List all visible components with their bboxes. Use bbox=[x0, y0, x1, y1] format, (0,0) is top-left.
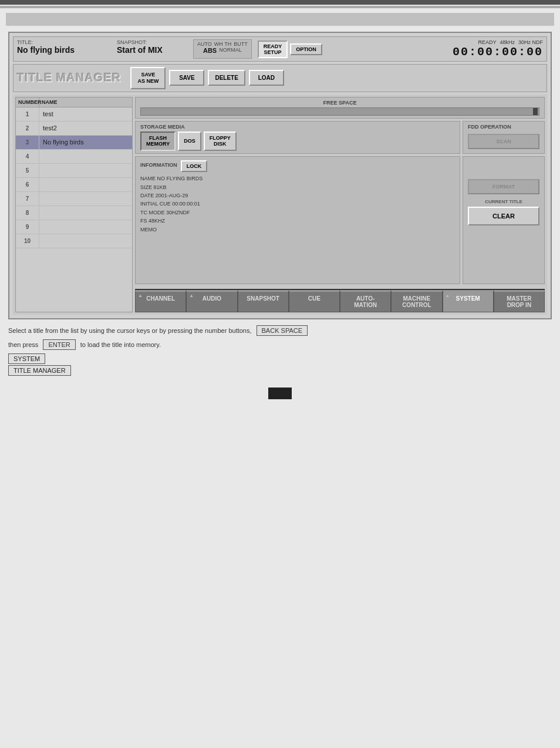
tab-automation[interactable]: AUTO-MATION bbox=[340, 290, 391, 312]
system-key[interactable]: SYSTEM bbox=[8, 353, 45, 364]
list-item-number: 10 bbox=[16, 234, 39, 248]
tab-system[interactable]: ▲ SYSTEM bbox=[443, 290, 494, 312]
list-item-number: 5 bbox=[16, 164, 39, 177]
tab-audio[interactable]: ▲ AUDIO bbox=[186, 290, 237, 312]
instruction-text-right: then press bbox=[8, 341, 38, 348]
enter-key[interactable]: ENTER bbox=[43, 339, 75, 350]
tab-channel[interactable]: ▲ CHANNEL bbox=[135, 290, 186, 312]
mode-butt: BUTT bbox=[234, 41, 248, 47]
list-item-name: test bbox=[39, 109, 57, 119]
free-space-fill bbox=[533, 108, 538, 115]
list-item-name bbox=[39, 225, 46, 228]
list-header: NUMBER NAME bbox=[16, 97, 132, 107]
mode-abs: ABS bbox=[203, 47, 217, 54]
tab-master-drop-in[interactable]: MASTERDROP IN bbox=[494, 290, 545, 312]
storage-row: STORAGE MEDIA FLASHMEMORY DOS FLOPPYDISK… bbox=[135, 121, 545, 154]
info-initial-cue-value: 00:00:00:01 bbox=[172, 201, 200, 207]
scan-button[interactable]: SCAN bbox=[468, 134, 539, 149]
list-item[interactable]: 5 bbox=[16, 164, 132, 178]
fdd-section: FDD OPERATION SCAN bbox=[463, 121, 545, 154]
tab-cue[interactable]: CUE bbox=[289, 290, 340, 312]
current-title-label: CURRENT TITLE bbox=[468, 199, 539, 204]
option-button[interactable]: OPTION bbox=[290, 43, 322, 55]
format-section: FORMAT CURRENT TITLE CLEAR bbox=[463, 156, 545, 284]
information-label: INFORMATION bbox=[140, 162, 177, 168]
header-row: TITLE: No flying birds SNAPSHOT: Start o… bbox=[13, 36, 547, 62]
main-container: TITLE: No flying birds SNAPSHOT: Start o… bbox=[8, 32, 552, 319]
title-value: No flying birds bbox=[17, 45, 111, 55]
below-container: Select a title from the list by using th… bbox=[8, 325, 552, 376]
tab-system-label: SYSTEM bbox=[456, 295, 480, 302]
list-item[interactable]: 2 test2 bbox=[16, 122, 132, 136]
title-manager-key[interactable]: TITLE MANAGER bbox=[8, 365, 71, 376]
format-button[interactable]: FORMAT bbox=[468, 179, 539, 194]
back-space-key[interactable]: BACK SPACE bbox=[257, 325, 308, 336]
title-manager-label: TITLE MANAGER bbox=[17, 71, 121, 85]
list-item-name bbox=[39, 239, 46, 242]
info-name-value: No flying birds bbox=[157, 176, 203, 181]
list-item-number: 2 bbox=[16, 122, 39, 135]
tab-machine-control-label: MACHINECONTROL bbox=[402, 295, 431, 308]
lock-button[interactable]: LOCK bbox=[181, 160, 208, 172]
list-item[interactable]: 4 bbox=[16, 150, 132, 164]
list-item-number: 1 bbox=[16, 107, 39, 121]
tab-machine-control[interactable]: MACHINECONTROL bbox=[391, 290, 442, 312]
page-header-bar bbox=[6, 13, 554, 26]
flash-memory-button[interactable]: FLASHMEMORY bbox=[140, 132, 176, 151]
ready-setup-button[interactable]: READYSETUP bbox=[258, 41, 288, 58]
list-item-number: 9 bbox=[16, 220, 39, 234]
list-item-number: 3 bbox=[16, 136, 39, 149]
info-initial-cue-line: INITIAL CUE 00:00:00:01 bbox=[140, 200, 455, 208]
info-panel: FREE SPACE STORAGE MEDIA FLASHMEMORY DOS… bbox=[135, 97, 545, 313]
info-data-row: INFORMATION LOCK NAME No flying birds SI… bbox=[135, 156, 545, 284]
information-section: INFORMATION LOCK NAME No flying birds SI… bbox=[135, 156, 460, 284]
mode-section: AUTO WH TH BUTT ABS NORMAL bbox=[193, 39, 252, 59]
instruction-text-right2: to load the title into memory. bbox=[80, 341, 161, 348]
storage-media-label: STORAGE MEDIA bbox=[140, 124, 455, 130]
mode-row-bottom: ABS NORMAL bbox=[203, 47, 242, 54]
free-space-label: FREE SPACE bbox=[323, 100, 357, 106]
snapshot-label: SNAPSHOT: bbox=[117, 39, 187, 45]
floppy-disk-button[interactable]: FLOPPYDISK bbox=[204, 132, 237, 151]
tab-cue-label: CUE bbox=[308, 295, 321, 302]
info-fs-line: FS 48kHz bbox=[140, 217, 455, 225]
top-bar-dark bbox=[0, 0, 560, 5]
title-list: NUMBER NAME 1 test 2 test2 3 No flying b… bbox=[15, 97, 133, 313]
list-item[interactable]: 1 test bbox=[16, 107, 132, 122]
instruction-text-left: Select a title from the list by using th… bbox=[8, 327, 252, 334]
info-memo-line: MEMO bbox=[140, 225, 455, 234]
time-status-row: READY 48kHz 30Hz NDF bbox=[478, 39, 543, 45]
delete-button[interactable]: DELETE bbox=[208, 70, 245, 86]
info-tc-mode-value: 30HzNDF bbox=[166, 210, 190, 215]
tab-master-drop-in-label: MASTERDROP IN bbox=[507, 295, 531, 308]
list-item[interactable]: 8 bbox=[16, 206, 132, 220]
info-date-value: 2001-AUG-29 bbox=[156, 193, 188, 198]
mode-auto: AUTO bbox=[197, 41, 212, 47]
title-section: TITLE: No flying birds bbox=[17, 39, 111, 59]
list-item-name bbox=[39, 154, 46, 158]
clear-button[interactable]: CLEAR bbox=[468, 207, 539, 225]
col-name-header: NAME bbox=[39, 97, 60, 107]
tab-channel-label: CHANNEL bbox=[146, 295, 175, 302]
instruction-line-enter: then press ENTER to load the title into … bbox=[8, 339, 552, 350]
load-button[interactable]: LOAD bbox=[249, 70, 284, 86]
list-item-number: 8 bbox=[16, 206, 39, 220]
list-item-number: 7 bbox=[16, 192, 39, 205]
list-item-name bbox=[39, 211, 46, 214]
dos-button[interactable]: DOS bbox=[178, 132, 201, 151]
free-space-bar bbox=[140, 107, 539, 116]
list-item[interactable]: 3 No flying birds bbox=[16, 136, 132, 150]
list-item-name: No flying birds bbox=[39, 137, 87, 147]
tab-snapshot[interactable]: SNAPSHOT bbox=[238, 290, 289, 312]
list-item[interactable]: 6 bbox=[16, 178, 132, 192]
list-item[interactable]: 9 bbox=[16, 220, 132, 234]
info-fs-value: 48kHz bbox=[149, 218, 165, 224]
top-bar-light bbox=[0, 6, 560, 8]
save-button[interactable]: SAVE bbox=[169, 70, 204, 86]
tab-automation-label: AUTO-MATION bbox=[354, 295, 377, 308]
list-item-number: 4 bbox=[16, 150, 39, 163]
list-item[interactable]: 7 bbox=[16, 192, 132, 206]
ready-setup-buttons: READYSETUP OPTION bbox=[258, 39, 322, 59]
save-as-new-button[interactable]: SAVEAS NEW bbox=[130, 67, 166, 89]
list-item[interactable]: 10 bbox=[16, 234, 132, 248]
